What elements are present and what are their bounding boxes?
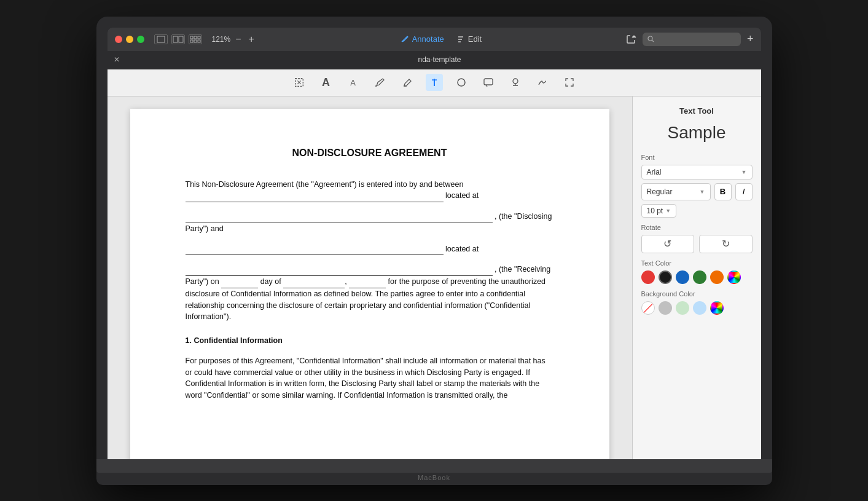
bg-color-transparent[interactable] bbox=[641, 301, 655, 315]
style-value: Regular bbox=[647, 187, 673, 196]
close-button[interactable] bbox=[115, 36, 122, 43]
single-page-view-btn[interactable] bbox=[154, 34, 168, 44]
panel-title: Text Tool bbox=[641, 106, 753, 116]
titlebar: 121% − + Annotate Edit + bbox=[108, 28, 761, 51]
zoom-level: 121% bbox=[212, 35, 231, 44]
traffic-lights bbox=[115, 36, 144, 43]
svg-rect-1 bbox=[173, 36, 178, 42]
laptop-base: MacBook bbox=[96, 473, 772, 485]
document-body: This Non-Disclosure Agreement (the "Agre… bbox=[186, 179, 554, 401]
main-area: NON-DISCLOSURE AGREEMENT This Non-Disclo… bbox=[108, 97, 761, 459]
two-page-view-btn[interactable] bbox=[171, 34, 185, 44]
view-buttons bbox=[154, 34, 202, 44]
svg-line-10 bbox=[652, 41, 654, 42]
color-red[interactable] bbox=[641, 270, 655, 284]
month-blank bbox=[283, 276, 345, 288]
text-color-swatches bbox=[641, 270, 753, 284]
bg-color-multicolor[interactable] bbox=[710, 301, 724, 315]
resize-tool-icon[interactable] bbox=[291, 74, 308, 91]
color-green[interactable] bbox=[693, 270, 706, 284]
bg-color-swatches bbox=[641, 301, 753, 315]
font-dropdown-arrow: ▼ bbox=[741, 169, 747, 175]
tab-close-button[interactable]: ✕ bbox=[114, 55, 120, 64]
search-box[interactable] bbox=[643, 33, 741, 46]
zoom-out-button[interactable]: − bbox=[233, 34, 243, 45]
titlebar-right: + bbox=[625, 33, 754, 46]
party1-name-blank bbox=[186, 190, 444, 202]
color-blue[interactable] bbox=[676, 270, 689, 284]
laptop-bottom-bar bbox=[96, 459, 772, 473]
party2-address-blank bbox=[186, 264, 493, 276]
paragraph-4: , (the "Receiving Party") on day of , fo… bbox=[186, 264, 554, 323]
comment-tool-icon[interactable] bbox=[480, 74, 497, 91]
text-small-tool-icon[interactable]: A bbox=[345, 74, 362, 91]
sample-text: Sample bbox=[641, 123, 753, 143]
size-row: 10 pt ▼ bbox=[641, 204, 753, 218]
font-label: Font bbox=[641, 154, 753, 161]
right-panel: ≫ Text Tool Sample Font Arial ▼ Regular … bbox=[632, 97, 761, 459]
color-orange[interactable] bbox=[710, 270, 724, 284]
annotate-button[interactable]: Annotate bbox=[401, 34, 444, 44]
signature-tool-icon[interactable] bbox=[534, 74, 551, 91]
grid-view-btn[interactable] bbox=[189, 34, 202, 44]
text-color-label: Text Color bbox=[641, 259, 753, 267]
size-dropdown-arrow: ▼ bbox=[665, 208, 671, 214]
document-area[interactable]: NON-DISCLOSURE AGREEMENT This Non-Disclo… bbox=[108, 97, 632, 459]
party1-address-blank bbox=[186, 211, 493, 223]
svg-rect-3 bbox=[190, 36, 193, 39]
shape-tool-icon[interactable] bbox=[453, 74, 470, 91]
svg-rect-5 bbox=[198, 36, 200, 39]
paragraph-3: located at bbox=[186, 243, 554, 256]
annotation-toolbar: A A bbox=[108, 69, 761, 97]
svg-point-15 bbox=[458, 79, 465, 86]
style-dropdown-arrow: ▼ bbox=[700, 189, 705, 195]
style-row: Regular ▼ B I bbox=[641, 183, 753, 200]
party2-name-blank bbox=[186, 243, 444, 256]
minimize-button[interactable] bbox=[126, 36, 133, 43]
zoom-in-button[interactable]: + bbox=[246, 34, 257, 45]
edit-button[interactable]: Edit bbox=[456, 34, 482, 44]
rotate-cw-button[interactable]: ↻ bbox=[699, 235, 753, 253]
pen-tool-icon[interactable] bbox=[372, 74, 389, 91]
document-title: NON-DISCLOSURE AGREEMENT bbox=[186, 146, 554, 160]
svg-point-9 bbox=[648, 36, 652, 41]
bg-color-gray[interactable] bbox=[659, 301, 672, 315]
year-blank bbox=[349, 276, 386, 288]
laptop-frame: 121% − + Annotate Edit + bbox=[96, 17, 772, 485]
add-tab-button[interactable]: + bbox=[747, 33, 754, 45]
highlight-tool-icon[interactable] bbox=[399, 74, 416, 91]
svg-rect-16 bbox=[484, 79, 493, 85]
bg-color-light-green[interactable] bbox=[676, 301, 689, 315]
font-size-value: 10 pt bbox=[647, 207, 663, 215]
font-select-row: Arial ▼ bbox=[641, 165, 753, 179]
italic-button[interactable]: I bbox=[735, 183, 753, 200]
style-dropdown[interactable]: Regular ▼ bbox=[641, 183, 711, 200]
font-dropdown[interactable]: Arial ▼ bbox=[641, 165, 753, 179]
share-icon[interactable] bbox=[625, 34, 636, 45]
stamp-tool-icon[interactable] bbox=[507, 74, 524, 91]
rotate-label: Rotate bbox=[641, 224, 753, 231]
svg-rect-8 bbox=[198, 40, 200, 42]
rotate-ccw-button[interactable]: ↺ bbox=[641, 235, 695, 253]
zoom-control: 121% − + bbox=[212, 34, 257, 45]
color-black[interactable] bbox=[659, 270, 672, 284]
tab-title: nda-template bbox=[125, 55, 755, 64]
fullscreen-tool-icon[interactable] bbox=[561, 74, 578, 91]
titlebar-center: Annotate Edit bbox=[262, 34, 620, 44]
search-icon bbox=[647, 36, 654, 42]
maximize-button[interactable] bbox=[137, 36, 144, 43]
bg-color-light-blue[interactable] bbox=[693, 301, 706, 315]
color-multicolor[interactable] bbox=[727, 270, 741, 284]
annotate-label: Annotate bbox=[412, 34, 444, 44]
section-1-body: For purposes of this Agreement, "Confide… bbox=[186, 355, 554, 401]
font-size-control[interactable]: 10 pt ▼ bbox=[641, 204, 677, 218]
tabbar: ✕ nda-template bbox=[108, 51, 761, 69]
day-blank bbox=[221, 276, 258, 288]
document: NON-DISCLOSURE AGREEMENT This Non-Disclo… bbox=[130, 109, 609, 459]
text-large-tool-icon[interactable]: A bbox=[318, 74, 335, 91]
rotate-row: ↺ ↻ bbox=[641, 235, 753, 253]
bold-button[interactable]: B bbox=[714, 183, 732, 200]
svg-point-17 bbox=[513, 79, 518, 84]
font-value: Arial bbox=[647, 168, 662, 176]
text-insert-tool-icon[interactable] bbox=[426, 74, 443, 91]
